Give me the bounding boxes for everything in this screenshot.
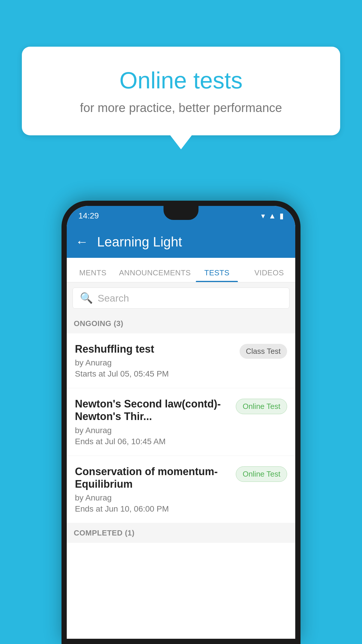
- test-name-1: Reshuffling test: [75, 343, 234, 355]
- test-badge-3: Online Test: [236, 466, 287, 482]
- test-list: Reshuffling test by Anurag Starts at Jul…: [67, 333, 295, 523]
- test-name-2: Newton's Second law(contd)-Newton's Thir…: [75, 398, 230, 423]
- test-info-1: Reshuffling test by Anurag Starts at Jul…: [75, 343, 234, 379]
- completed-section-header: COMPLETED (1): [67, 523, 295, 543]
- test-badge-1: Class Test: [240, 344, 287, 359]
- bubble-title: Online tests: [45, 67, 317, 94]
- promo-banner: Online tests for more practice, better p…: [22, 47, 340, 135]
- speech-bubble: Online tests for more practice, better p…: [22, 47, 340, 135]
- tab-tests[interactable]: TESTS: [191, 268, 243, 282]
- test-name-3: Conservation of momentum-Equilibrium: [75, 465, 230, 490]
- test-by-3: by Anurag: [75, 493, 230, 503]
- ongoing-section-header: ONGOING (3): [67, 314, 295, 333]
- status-icons: ▾ ▲ ▮: [261, 211, 284, 220]
- test-badge-2: Online Test: [236, 399, 287, 414]
- search-placeholder: Search: [98, 293, 129, 304]
- tab-bar: MENTS ANNOUNCEMENTS TESTS VIDEOS: [67, 258, 295, 282]
- test-by-1: by Anurag: [75, 358, 234, 368]
- test-item-3[interactable]: Conservation of momentum-Equilibrium by …: [67, 456, 295, 523]
- tab-ments[interactable]: MENTS: [67, 268, 119, 282]
- battery-icon: ▮: [280, 211, 284, 220]
- back-button[interactable]: ←: [75, 235, 88, 249]
- signal-icon: ▲: [268, 211, 276, 220]
- phone-frame: 14:29 ▾ ▲ ▮ ← Learning Light MENTS ANNOU…: [61, 201, 301, 644]
- test-by-2: by Anurag: [75, 426, 230, 435]
- search-icon: 🔍: [80, 292, 93, 304]
- test-time-2: Ends at Jul 06, 10:45 AM: [75, 437, 230, 446]
- search-bar[interactable]: 🔍 Search: [73, 288, 289, 309]
- test-item-1[interactable]: Reshuffling test by Anurag Starts at Jul…: [67, 333, 295, 388]
- wifi-icon: ▾: [261, 211, 265, 220]
- notch: [164, 206, 198, 220]
- test-info-2: Newton's Second law(contd)-Newton's Thir…: [75, 398, 230, 446]
- phone-screen: 14:29 ▾ ▲ ▮ ← Learning Light MENTS ANNOU…: [67, 206, 295, 639]
- test-info-3: Conservation of momentum-Equilibrium by …: [75, 465, 230, 514]
- status-time: 14:29: [78, 211, 99, 220]
- test-item-2[interactable]: Newton's Second law(contd)-Newton's Thir…: [67, 388, 295, 456]
- app-bar: ← Learning Light: [67, 226, 295, 258]
- app-bar-title: Learning Light: [97, 234, 182, 250]
- bubble-subtitle: for more practice, better performance: [45, 101, 317, 115]
- test-time-1: Starts at Jul 05, 05:45 PM: [75, 369, 234, 379]
- test-time-3: Ends at Jun 10, 06:00 PM: [75, 504, 230, 514]
- tab-announcements[interactable]: ANNOUNCEMENTS: [119, 268, 191, 282]
- status-bar: 14:29 ▾ ▲ ▮: [67, 206, 295, 226]
- search-container: 🔍 Search: [67, 282, 295, 314]
- tab-videos[interactable]: VIDEOS: [243, 268, 295, 282]
